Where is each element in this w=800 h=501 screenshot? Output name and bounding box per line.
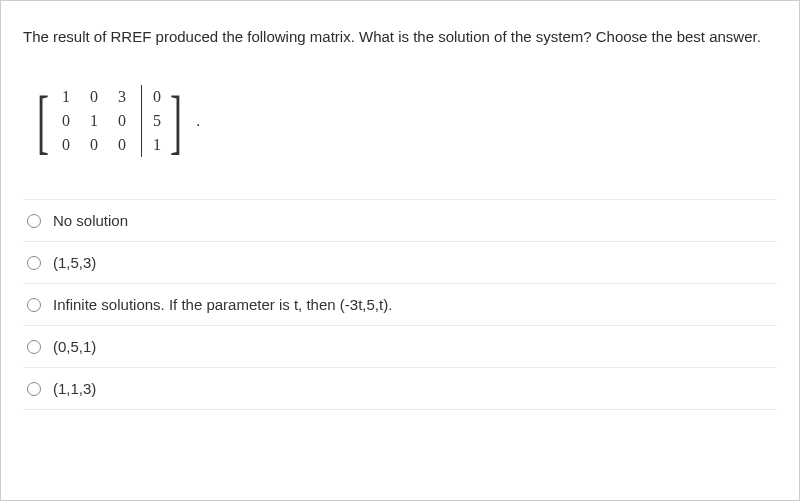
- matrix-cell: 1: [87, 112, 101, 130]
- radio-icon[interactable]: [27, 340, 41, 354]
- question-prompt: The result of RREF produced the followin…: [23, 25, 777, 49]
- matrix-cell: 0: [115, 136, 129, 154]
- matrix-cell: 0: [87, 88, 101, 106]
- option-153[interactable]: (1,5,3): [23, 242, 777, 284]
- matrix-cell: 5: [150, 112, 164, 130]
- matrix-row: 1 0 3: [59, 88, 129, 106]
- option-label: (1,5,3): [53, 254, 96, 271]
- matrix-row: 0 0 0: [59, 136, 129, 154]
- matrix-cell: 1: [59, 88, 73, 106]
- matrix-cell: 0: [115, 112, 129, 130]
- answer-options: No solution (1,5,3) Infinite solutions. …: [23, 199, 777, 410]
- option-113[interactable]: (1,1,3): [23, 368, 777, 410]
- radio-icon[interactable]: [27, 214, 41, 228]
- option-label: (1,1,3): [53, 380, 96, 397]
- bracket-left: [: [37, 85, 49, 157]
- option-label: No solution: [53, 212, 128, 229]
- option-label: Infinite solutions. If the parameter is …: [53, 296, 392, 313]
- matrix-cell: 1: [150, 136, 164, 154]
- option-infinite[interactable]: Infinite solutions. If the parameter is …: [23, 284, 777, 326]
- matrix-cell: 0: [150, 88, 164, 106]
- bracket-right: ]: [170, 85, 182, 157]
- option-no-solution[interactable]: No solution: [23, 200, 777, 242]
- period: .: [196, 112, 200, 130]
- radio-icon[interactable]: [27, 256, 41, 270]
- matrix-cell: 3: [115, 88, 129, 106]
- option-051[interactable]: (0,5,1): [23, 326, 777, 368]
- augment-divider: [141, 85, 142, 157]
- radio-icon[interactable]: [27, 298, 41, 312]
- matrix-cell: 0: [87, 136, 101, 154]
- matrix-main: 1 0 3 0 1 0 0 0 0: [55, 88, 133, 154]
- augment-column: 0 5 1: [150, 88, 164, 154]
- augmented-matrix: [ 1 0 3 0 1 0 0 0 0 0 5 1 ]: [31, 85, 188, 157]
- radio-icon[interactable]: [27, 382, 41, 396]
- matrix-cell: 0: [59, 136, 73, 154]
- matrix-row: 0 1 0: [59, 112, 129, 130]
- matrix-cell: 0: [59, 112, 73, 130]
- matrix-display: [ 1 0 3 0 1 0 0 0 0 0 5 1 ] .: [31, 85, 777, 157]
- option-label: (0,5,1): [53, 338, 96, 355]
